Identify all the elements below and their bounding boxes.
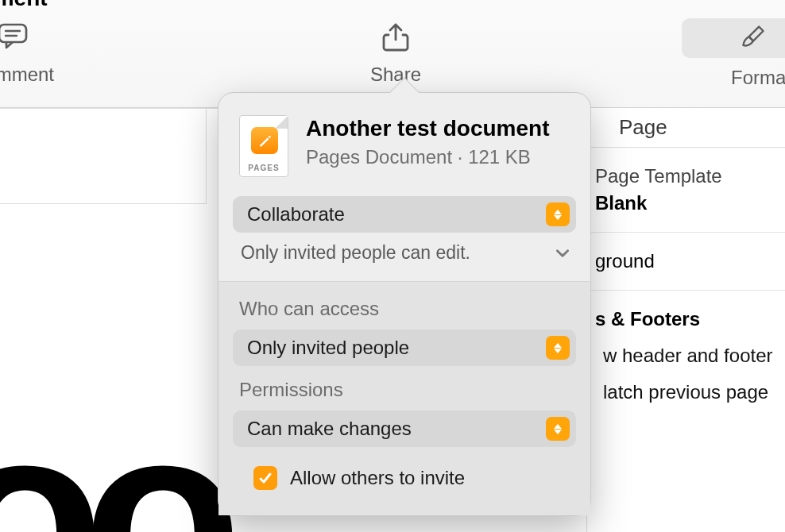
canvas-text: oo bbox=[0, 365, 220, 532]
template-label: Page Template bbox=[595, 165, 785, 187]
stepper-icon bbox=[546, 417, 570, 441]
comment-toolbar-button[interactable]: Comment bbox=[0, 22, 60, 86]
share-mode-select[interactable]: Collaborate bbox=[233, 196, 576, 233]
share-icon bbox=[380, 22, 412, 49]
window-title: cument bbox=[0, 0, 48, 11]
permissions-value: Can make changes bbox=[247, 418, 412, 440]
share-label: Share bbox=[370, 64, 421, 85]
checkbox-checked-icon bbox=[253, 466, 277, 490]
format-label-wrap: Format bbox=[713, 67, 785, 89]
headers-footers-label: s & Footers bbox=[595, 308, 785, 330]
svg-rect-0 bbox=[0, 25, 26, 42]
inspector-tab-bar: Page bbox=[587, 108, 785, 148]
speech-bubble-icon bbox=[0, 22, 29, 49]
allow-others-invite-label: Allow others to invite bbox=[290, 467, 465, 489]
share-header: PAGES Another test document Pages Docume… bbox=[218, 93, 590, 191]
background-label: ground bbox=[595, 250, 785, 272]
pages-app-icon bbox=[251, 127, 278, 154]
access-label: Who can access bbox=[233, 298, 576, 330]
share-doc-meta: Pages Document · 121 KB bbox=[306, 146, 549, 168]
share-popover: PAGES Another test document Pages Docume… bbox=[218, 92, 591, 516]
access-section: Who can access Only invited people Permi… bbox=[218, 282, 590, 515]
document-icon: PAGES bbox=[239, 115, 288, 177]
comment-label: Comment bbox=[0, 64, 54, 85]
share-doc-size: 121 KB bbox=[468, 146, 531, 168]
stepper-icon bbox=[546, 202, 570, 226]
share-mode-value: Collaborate bbox=[247, 203, 345, 226]
share-doc-kind: Pages Document bbox=[306, 146, 452, 168]
stepper-icon bbox=[546, 336, 570, 360]
share-toolbar-button[interactable]: Share bbox=[348, 22, 443, 86]
chevron-down-icon bbox=[554, 245, 571, 262]
permissions-select[interactable]: Can make changes bbox=[233, 411, 576, 447]
inspector-background-section: ground bbox=[587, 233, 785, 291]
inspector-panel: Page Page Template Blank ground s & Foot… bbox=[586, 108, 785, 532]
inspector-template-section: Page Template Blank bbox=[587, 148, 785, 233]
permissions-label: Permissions bbox=[233, 379, 576, 411]
document-icon-label: PAGES bbox=[240, 164, 288, 172]
format-label: Format bbox=[731, 67, 785, 88]
share-summary-text: Only invited people can edit. bbox=[241, 242, 470, 264]
access-value: Only invited people bbox=[247, 337, 409, 359]
allow-others-invite-row[interactable]: Allow others to invite bbox=[233, 452, 576, 511]
template-value: Blank bbox=[595, 192, 785, 214]
tab-page[interactable]: Page bbox=[587, 115, 785, 140]
row-show-header-footer[interactable]: w header and footer bbox=[603, 345, 785, 367]
inspector-headers-section: s & Footers w header and footer latch pr… bbox=[587, 291, 785, 421]
row-match-previous-page[interactable]: latch previous page bbox=[603, 381, 785, 403]
format-toolbar-button[interactable] bbox=[682, 18, 785, 58]
access-select[interactable]: Only invited people bbox=[233, 330, 576, 366]
page-edge bbox=[0, 109, 207, 204]
share-summary-disclosure[interactable]: Only invited people can edit. bbox=[218, 233, 590, 281]
share-doc-title: Another test document bbox=[306, 115, 549, 141]
